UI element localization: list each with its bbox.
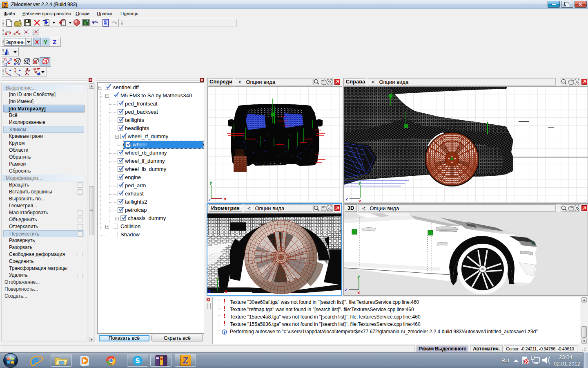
svg-text:S: S (135, 357, 140, 365)
svg-text:x: x (359, 199, 361, 202)
svg-text:x: x (225, 289, 227, 294)
svg-text:z: z (208, 289, 211, 294)
svg-text:x: x (357, 290, 360, 295)
svg-text:y: y (209, 180, 212, 185)
svg-text:y: y (216, 277, 219, 282)
svg-text:y: y (359, 180, 361, 185)
svg-text:z: z (345, 197, 348, 202)
svg-text:z: z (345, 287, 347, 292)
svg-text:z: z (208, 197, 211, 202)
svg-text:x: x (224, 197, 227, 202)
svg-text:y: y (357, 274, 360, 279)
